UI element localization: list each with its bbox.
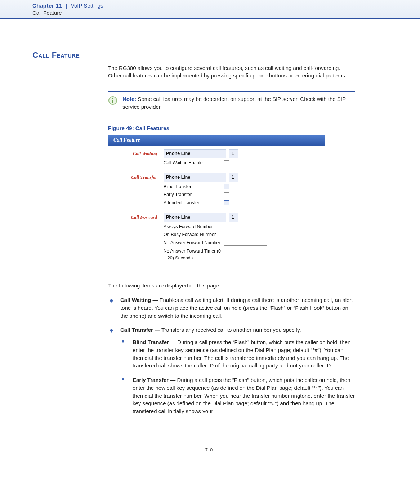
item-text: Transfers any received call to another n… [160,327,301,333]
figure-screenshot: Call Feature Call Waiting Phone Line 1 C… [108,135,325,266]
item-text: — Enables a call waiting alert. If durin… [120,297,353,319]
text-input[interactable] [224,240,267,246]
note-label: Note: [122,96,136,102]
note-block: Note: Some call features may be dependen… [108,95,355,111]
blind-transfer-label: Blind Transfer [164,183,221,190]
item-title: Early Transfer [133,377,169,383]
rule [108,116,355,116]
subsection-label: Call Feature [32,9,420,17]
call-waiting-enable-label: Call Waiting Enable [164,160,221,166]
checkbox-icon[interactable] [224,200,229,205]
text-input[interactable] [224,224,267,229]
rule [108,91,355,92]
after-figure-text: The following items are displayed on thi… [108,282,355,290]
phone-line-header: Phone Line [164,173,226,182]
always-forward-label: Always Forward Number [164,223,221,230]
section-label: VoIP Settings [71,3,103,9]
info-icon [108,96,117,111]
text-input[interactable] [224,252,238,257]
item-title: Call Transfer — [120,327,160,333]
checkbox-icon[interactable] [224,160,229,165]
text-input[interactable] [224,232,267,237]
panel-title: Call Feature [108,135,325,146]
svg-rect-1 [112,98,113,99]
phone-line-header: Phone Line [164,213,226,222]
svg-rect-2 [112,100,113,103]
list-item: Early Transfer — During a call press the… [120,376,355,415]
onbusy-forward-label: On Busy Forward Number [164,231,221,238]
list-item: Call Waiting — Enables a call waiting al… [108,296,355,320]
phone-line-value: 1 [229,213,238,222]
separator: | [66,3,67,9]
list-item: Blind Transfer — During a call press the… [120,338,355,370]
checkbox-icon[interactable] [224,192,229,197]
figure-caption: Figure 49: Call Features [108,124,355,132]
phone-line-value: 1 [229,149,238,158]
rule [32,48,355,48]
early-transfer-label: Early Transfer [164,191,221,198]
checkbox-icon[interactable] [224,184,229,189]
item-title: Blind Transfer [133,339,169,345]
phone-line-value: 1 [229,173,238,182]
noanswer-forward-label: No Answer Forward Number [164,240,221,246]
intro-paragraph: The RG300 allows you to configure severa… [108,64,355,80]
group-title-call-transfer: Call Transfer [108,172,164,207]
noanswer-timer-label: No Answer Forward Timer (0 ~ 20) Seconds [164,248,221,262]
note-body: Some call features may be dependent on s… [122,96,346,110]
feature-list: Call Waiting — Enables a call waiting al… [108,296,355,415]
phone-line-header: Phone Line [164,149,226,158]
feature-sublist: Blind Transfer — During a call press the… [120,338,355,415]
list-item: Call Transfer — Transfers any received c… [108,326,355,415]
page-title: Call Feature [32,50,355,60]
item-title: Call Waiting [120,297,151,303]
group-title-call-forward: Call Forward [108,212,164,262]
group-title-call-waiting: Call Waiting [108,148,164,167]
running-header: Chapter 11 | VoIP Settings Call Feature [0,0,420,19]
note-text: Note: Some call features may be dependen… [122,95,355,111]
page-number: – 70 – [0,436,420,463]
attended-transfer-label: Attended Transfer [164,200,221,206]
chapter-label: Chapter 11 [32,3,62,9]
